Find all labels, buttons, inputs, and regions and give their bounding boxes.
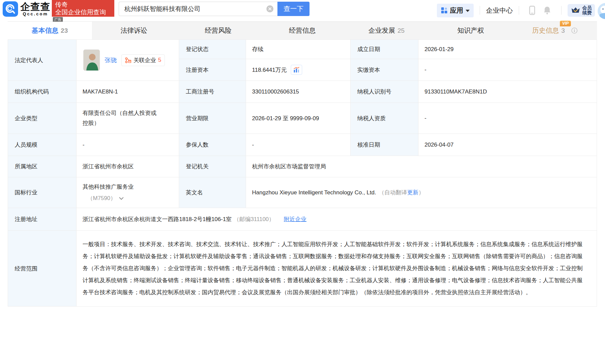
field-label-registry: 登记机关 (179, 156, 246, 177)
member-line1: 会员 (582, 5, 592, 10)
field-value-approved-date: 2026-04-07 (418, 134, 597, 156)
field-value-org-code: MAK7AE8N-1 (77, 81, 179, 103)
field-value-reg-status: 存续 (246, 40, 351, 59)
field-label-approved-date: 核准日期 (351, 134, 418, 156)
related-companies-count: 5 (158, 57, 161, 63)
info-icon[interactable] (571, 27, 578, 34)
crown-icon (571, 7, 580, 14)
nearby-companies-link[interactable]: 附近企业 (284, 215, 307, 223)
header-nav: 应用 企业中心 会员 续费 (437, 3, 605, 18)
tab-operating-risk[interactable]: 经营风险 (176, 22, 260, 39)
divider (519, 6, 519, 15)
tab-basic-info[interactable]: 基本信息 23 (8, 22, 92, 39)
tab-company-development[interactable]: 企业发展 25 (344, 22, 429, 39)
ad-banner[interactable]: 传奇 全国企业信用查询 (52, 0, 114, 17)
related-network-icon: 企 (125, 57, 131, 63)
field-value-staff-size: - (77, 134, 179, 156)
apps-label: 应用 (450, 6, 463, 15)
notifications-bell-icon[interactable] (543, 6, 551, 15)
field-value-registry: 杭州市余杭区市场监督管理局 (246, 156, 597, 177)
field-value-english-name: Hangzhou Xieyue Intelligent Technology C… (246, 177, 597, 208)
svg-text:企: 企 (128, 60, 131, 63)
qcc-logo-icon (3, 1, 18, 17)
address-postcode: （邮编311100） (234, 215, 274, 223)
tab-count: 25 (397, 27, 404, 34)
field-label-company-type: 企业类型 (8, 103, 77, 134)
clear-search-icon[interactable] (266, 5, 273, 12)
legal-rep-photo[interactable] (83, 49, 100, 71)
legal-rep-name-link[interactable]: 张骁 (105, 56, 117, 64)
member-line2: 续费 (582, 10, 592, 15)
field-label-insured-count: 参保人数 (179, 134, 246, 156)
ad-banner-line2: 全国企业信用查询 (55, 8, 114, 16)
field-label-biz-term: 营业期限 (179, 103, 246, 134)
tab-history-info[interactable]: 历史信息 VIP 3 (513, 22, 597, 39)
field-label-industry: 国标行业 (8, 177, 77, 208)
field-value-reg-capital: 118.6441万元 (246, 59, 351, 81)
field-value-legal-rep: 张骁 企 关联企业 5 (77, 40, 179, 81)
field-value-insured-count: - (246, 134, 351, 156)
field-label-established: 成立日期 (351, 40, 418, 59)
field-label-reg-capital: 注册资本 (179, 59, 246, 81)
chevron-down-icon[interactable] (119, 197, 124, 200)
top-header: 企查查 Qcc.com 传奇 全国企业信用查询 广告 查一下 (0, 0, 605, 21)
field-value-taxpayer-no: 91330110MAK7AE8N1D (418, 81, 597, 103)
member-renew-button[interactable]: 会员 续费 (568, 4, 595, 17)
field-label-english-name: 英文名 (179, 177, 246, 208)
search-bar: 查一下 (119, 2, 310, 16)
related-companies-button[interactable]: 企 关联企业 5 (121, 54, 165, 66)
field-label-biz-reg-no: 工商注册号 (179, 81, 246, 103)
field-value-taxpayer-qualification: - (418, 103, 597, 134)
divider (561, 6, 562, 15)
field-value-scope: 一般项目：技术服务、技术开发、技术咨询、技术交流、技术转让、技术推广；人工智能应… (77, 231, 597, 307)
field-value-biz-term: 2026-01-29 至 9999-09-09 (246, 103, 351, 134)
tab-count: 23 (61, 27, 68, 34)
field-label-address: 注册地址 (8, 208, 77, 231)
field-label-legal-rep: 法定代表人 (8, 40, 77, 81)
field-value-region: 浙江省杭州市余杭区 (77, 156, 179, 177)
field-label-taxpayer-no: 纳税人识别号 (351, 81, 418, 103)
mobile-app-icon[interactable] (529, 6, 535, 15)
field-label-reg-status: 登记状态 (179, 40, 246, 59)
brand-domain: Qcc.com (23, 12, 48, 16)
vip-badge: VIP (560, 21, 571, 26)
search-input[interactable] (119, 2, 277, 16)
industry-code: （M7590） (87, 193, 116, 203)
search-button[interactable]: 查一下 (277, 2, 310, 16)
field-value-established: 2026-01-29 (418, 40, 597, 59)
ad-banner-line1: 传奇 (55, 1, 114, 8)
field-label-paid-capital: 实缴资本 (351, 59, 418, 81)
divider (480, 6, 480, 15)
apps-grid-icon (441, 7, 448, 14)
tab-count: 3 (561, 27, 565, 34)
tab-intellectual-property[interactable]: 知识产权 (429, 22, 513, 39)
field-label-staff-size: 人员规模 (8, 134, 77, 156)
section-tabs: 基本信息 23 法律诉讼 经营风险 经营信息 企业发展 25 知识产权 历史信息… (8, 21, 597, 39)
field-value-paid-capital: - (418, 59, 597, 81)
basic-info-table: 法定代表人 张骁 企 关联企业 5 登记状态 存续 成立日期 2026-01-2… (8, 39, 597, 307)
brand-name: 企查查 (20, 2, 50, 12)
field-label-scope: 经营范围 (8, 231, 77, 307)
field-value-industry: 其他科技推广服务业 （M7590） (77, 177, 179, 208)
field-value-biz-reg-no: 330110002606315 (246, 81, 351, 103)
tab-operating-info[interactable]: 经营信息 (260, 22, 345, 39)
capital-chart-button[interactable] (291, 65, 302, 75)
field-label-taxpayer-qualification: 纳税人资质 (351, 103, 418, 134)
chevron-down-icon (466, 10, 470, 12)
related-companies-label: 关联企业 (133, 56, 156, 64)
chart-icon (293, 67, 300, 73)
translate-update-link[interactable]: 更新 (407, 189, 418, 196)
field-label-region: 所属地区 (8, 156, 77, 177)
qcc-logo[interactable]: 企查查 Qcc.com (3, 1, 50, 17)
apps-menu[interactable]: 应用 (437, 4, 474, 17)
enterprise-center-link[interactable]: 企业中心 (486, 6, 513, 15)
tab-legal-litigation[interactable]: 法律诉讼 (92, 22, 176, 39)
field-value-address: 浙江省杭州市余杭区余杭街道文一西路1818-2号1幢106-1室 （邮编3111… (77, 208, 597, 231)
field-label-org-code: 组织机构代码 (8, 81, 77, 103)
field-value-company-type: 有限责任公司（自然人投资或控股） (77, 103, 179, 134)
